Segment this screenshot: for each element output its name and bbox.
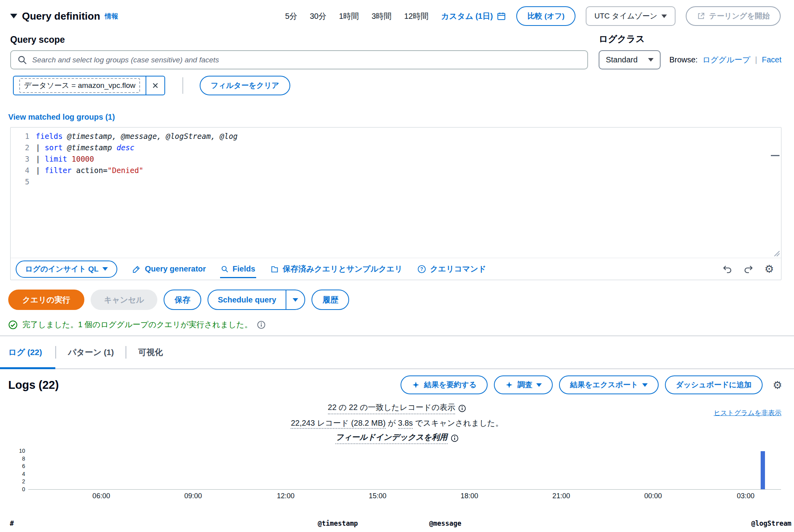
- query-actions-row: クエリの実行 キャンセル 保存 Schedule query 履歴: [8, 290, 794, 310]
- schedule-query-caret[interactable]: [286, 290, 304, 309]
- remove-filter-button[interactable]: [146, 77, 164, 95]
- info-link[interactable]: 情報: [105, 12, 118, 21]
- code-line-3[interactable]: | limit 10000: [36, 153, 781, 165]
- browse-log-groups-link[interactable]: ロググループ: [702, 55, 750, 65]
- chevron-down-icon: [102, 267, 108, 271]
- editor-scrollbar-thumb[interactable]: [771, 155, 779, 156]
- custom-range-button[interactable]: カスタム (1日): [441, 11, 506, 22]
- calendar-icon[interactable]: [497, 11, 506, 21]
- save-button[interactable]: 保存: [164, 290, 201, 310]
- info-circle-icon[interactable]: [451, 434, 459, 442]
- query-generator-button[interactable]: Query generator: [132, 258, 206, 280]
- chevron-down-icon: [293, 298, 298, 302]
- status-info-icon[interactable]: [257, 321, 266, 329]
- histogram-plot[interactable]: [28, 451, 781, 490]
- view-matched-log-groups-link[interactable]: View matched log groups (1): [8, 113, 115, 122]
- tab-visualization[interactable]: 可視化: [126, 336, 175, 368]
- code-area[interactable]: 1 2 3 4 5 fields @timestamp, @message, @…: [11, 128, 781, 258]
- query-language-dropdown[interactable]: ログのインサイト QL: [16, 261, 117, 278]
- compare-button[interactable]: 比較 (オフ): [516, 6, 575, 26]
- vertical-divider: [182, 77, 183, 94]
- query-scope-label: Query scope: [10, 35, 588, 45]
- scan-stats-line: 22,243 レコード (28.2 MB) が 3.8s でスキャンされました。: [0, 418, 794, 428]
- time-range-selector: 5分 30分 1時間 3時間 12時間 カスタム (1日): [285, 11, 506, 22]
- code-lines: fields @timestamp, @message, @logStream,…: [36, 131, 781, 258]
- editor-settings-gear-icon[interactable]: ⚙: [765, 264, 774, 274]
- histogram-info: 22 の 22 の一致したレコードの表示 22,243 レコード (28.2 M…: [0, 402, 794, 444]
- query-definition-title-group[interactable]: Query definition 情報: [10, 10, 118, 22]
- editor-resize-handle[interactable]: [773, 250, 780, 257]
- code-line-4[interactable]: | filter action="Denied": [36, 165, 781, 176]
- time-range-3h[interactable]: 3時間: [372, 11, 392, 22]
- field-index-text: フィールドインデックスを利用: [335, 432, 447, 444]
- query-scope-group: Query scope: [10, 35, 588, 69]
- field-index-line: フィールドインデックスを利用: [0, 432, 794, 444]
- export-results-button[interactable]: 結果をエクスポート: [559, 375, 659, 394]
- undo-icon[interactable]: [722, 264, 732, 274]
- cancel-button[interactable]: キャンセル: [91, 290, 157, 310]
- fields-search-icon: [221, 265, 229, 273]
- browse-facet-link[interactable]: Facet: [762, 55, 781, 64]
- clear-filters-button[interactable]: フィルターをクリア: [200, 76, 290, 95]
- fields-tab[interactable]: Fields: [221, 258, 255, 280]
- results-title: Logs (22): [8, 379, 59, 392]
- code-line-1[interactable]: fields @timestamp, @message, @logStream,…: [36, 131, 781, 142]
- chevron-down-icon: [642, 383, 648, 387]
- results-settings-gear-icon[interactable]: ⚙: [773, 380, 782, 390]
- timezone-dropdown[interactable]: UTC タイムゾーン: [586, 6, 676, 26]
- log-group-search: [10, 50, 588, 69]
- tab-patterns[interactable]: パターン (1): [56, 336, 126, 368]
- info-circle-icon[interactable]: [458, 404, 466, 412]
- history-button[interactable]: 履歴: [311, 290, 349, 310]
- chevron-down-icon: [648, 58, 654, 62]
- investigate-button[interactable]: 調査: [494, 375, 553, 394]
- search-icon: [17, 55, 27, 65]
- results-tabs: ログ (22) パターン (1) 可視化: [0, 336, 794, 369]
- saved-queries-button[interactable]: 保存済みクエリとサンプルクエリ: [270, 258, 403, 280]
- summarize-results-button[interactable]: 結果を要約する: [401, 375, 488, 394]
- redo-icon[interactable]: [743, 264, 754, 274]
- query-commands-button[interactable]: ? クエリコマンド: [417, 258, 486, 280]
- editor-footer: ログのインサイト QL Query generator Fields: [11, 258, 781, 280]
- column-header-index[interactable]: #: [10, 519, 14, 527]
- results-header: Logs (22) 結果を要約する 調査 結果をエクスポート ダッシュボード: [0, 369, 794, 394]
- histogram-bar: [761, 451, 765, 489]
- results-section: Logs (22) 結果を要約する 調査 結果をエクスポート ダッシュボード: [0, 369, 794, 503]
- records-shown-text: 22 の 22 の一致したレコードの表示: [328, 402, 455, 414]
- schedule-query-button[interactable]: Schedule query: [208, 290, 286, 309]
- code-line-5[interactable]: [36, 176, 781, 188]
- browse-label: Browse:: [669, 55, 697, 64]
- histogram-chart: 10 8 6 4 2 0 06:00 09:00 12:00 15:00 18:…: [0, 447, 794, 503]
- collapse-triangle-icon[interactable]: [10, 14, 17, 18]
- close-icon: [151, 81, 160, 90]
- chevron-down-icon: [536, 383, 542, 387]
- column-header-timestamp[interactable]: @timestamp: [318, 519, 358, 527]
- time-range-12h[interactable]: 12時間: [404, 11, 428, 22]
- hide-histogram-link[interactable]: ヒストグラムを非表示: [714, 408, 781, 417]
- filter-row: データソース = amazon_vpc.flow フィルターをクリア: [0, 69, 794, 95]
- status-message: 完了しました。1 個のロググループのクエリが実行されました。: [22, 319, 252, 330]
- external-link-icon: [697, 12, 705, 20]
- log-group-search-input[interactable]: [10, 50, 588, 69]
- filter-tag-text-wrap[interactable]: データソース = amazon_vpc.flow: [14, 77, 146, 95]
- start-tailing-button[interactable]: テーリングを開始: [686, 6, 781, 26]
- run-query-button[interactable]: クエリの実行: [8, 290, 84, 310]
- column-header-logstream[interactable]: @logStream: [751, 519, 791, 527]
- browse-links: Browse: ロググループ | Facet: [669, 50, 781, 69]
- time-range-5min[interactable]: 5分: [285, 11, 297, 22]
- code-line-2[interactable]: | sort @timestamp desc: [36, 142, 781, 153]
- success-check-icon: [8, 320, 18, 330]
- histogram-y-axis: 10 8 6 4 2 0: [11, 447, 25, 494]
- add-to-dashboard-button[interactable]: ダッシュボードに追加: [665, 375, 763, 394]
- page-title: Query definition: [22, 10, 100, 22]
- chevron-down-icon: [661, 15, 667, 18]
- log-class-group: ログクラス Standard: [599, 33, 661, 69]
- time-range-1h[interactable]: 1時間: [339, 11, 359, 22]
- log-class-select[interactable]: Standard: [599, 50, 661, 69]
- tab-logs[interactable]: ログ (22): [0, 336, 55, 368]
- query-status-row: 完了しました。1 個のロググループのクエリが実行されました。: [8, 319, 794, 330]
- scan-stats-time: 3.8s: [398, 419, 413, 429]
- time-range-30min[interactable]: 30分: [310, 11, 326, 22]
- editor-footer-icons: ⚙: [722, 264, 774, 274]
- column-header-message[interactable]: @message: [429, 519, 461, 527]
